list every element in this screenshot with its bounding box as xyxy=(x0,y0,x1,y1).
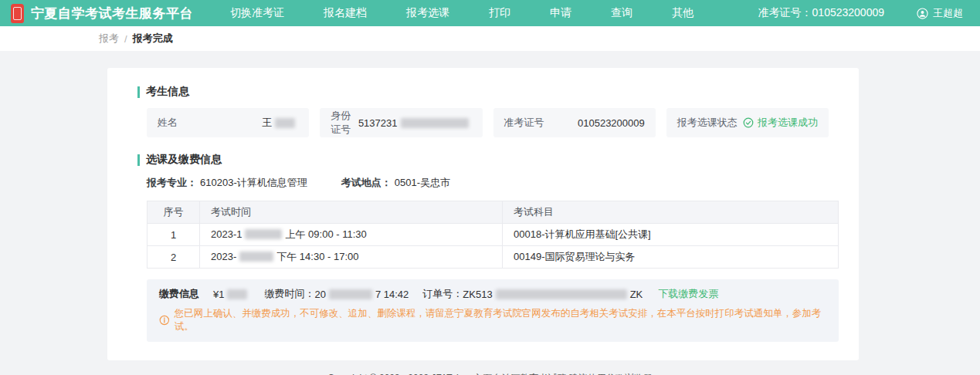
redacted-blur xyxy=(275,118,295,128)
breadcrumb-parent[interactable]: 报考 xyxy=(99,32,119,46)
section-title-bar xyxy=(137,154,140,166)
payment-notice-text: 您已网上确认、并缴费成功，不可修改、追加、删除课程，请留意宁夏教育考试院官网发布… xyxy=(175,307,826,333)
status-text: 报考选课成功 xyxy=(758,116,818,130)
user-icon xyxy=(917,8,928,19)
payment-title: 缴费信息 xyxy=(159,287,199,301)
payment-amount: ¥1 xyxy=(213,289,250,300)
exam-site-field: 考试地点：0501-吴忠市 xyxy=(341,176,450,190)
report-complete-card: 考生信息 姓名 王 身份证号 5137231 准考证号 010523200009… xyxy=(107,68,859,360)
payment-info-box: 缴费信息 ¥1 缴费时间：207 14:42 订单号：ZK513ZK 下载缴费发… xyxy=(147,279,839,342)
section-title-text: 考生信息 xyxy=(146,85,189,99)
cell-no: 2 xyxy=(148,246,200,269)
status-badge: 报考选课成功 xyxy=(743,116,818,130)
info-circle-icon xyxy=(159,315,170,326)
info-field-name: 姓名 王 xyxy=(147,108,309,137)
course-meta-line: 报考专业：610203-计算机信息管理 考试地点：0501-吴忠市 xyxy=(147,176,829,190)
section-title-text: 选课及缴费信息 xyxy=(146,153,222,167)
ticket-number: 准考证号：010523200009 xyxy=(758,6,884,20)
redacted-blur xyxy=(401,118,469,128)
breadcrumb-separator: / xyxy=(124,33,127,45)
major-field: 报考专业：610203-计算机信息管理 xyxy=(147,176,307,190)
main-nav: 切换准考证 报名建档 报考选课 打印 申请 查询 其他 xyxy=(230,6,693,20)
nav-item-switch-ticket[interactable]: 切换准考证 xyxy=(230,6,284,20)
nav-item-query[interactable]: 查询 xyxy=(611,6,632,20)
cell-subject: 00018-计算机应用基础[公共课] xyxy=(503,224,839,246)
top-header: 宁夏自学考试考生服务平台 切换准考证 报名建档 报考选课 打印 申请 查询 其他… xyxy=(0,0,980,26)
cell-exam-time: 2023-下午 14:30 - 17:00 xyxy=(200,246,503,269)
section-title-course-payment: 选课及缴费信息 xyxy=(137,153,829,167)
header-right: 准考证号：010523200009 王超超 xyxy=(758,6,963,20)
field-value: 010523200009 xyxy=(578,117,645,129)
ticket-number-value: 010523200009 xyxy=(812,6,884,19)
payment-order-number: 订单号：ZK513ZK xyxy=(422,287,643,301)
redacted-blur xyxy=(227,289,247,299)
nav-item-course-selection[interactable]: 报考选课 xyxy=(406,6,449,20)
column-header-subject: 考试科目 xyxy=(503,201,839,224)
nav-item-print[interactable]: 打印 xyxy=(489,6,510,20)
info-field-ticket-number: 准考证号 010523200009 xyxy=(493,108,656,137)
field-value: 5137231 xyxy=(358,117,472,129)
cell-exam-time: 2023-1上午 09:00 - 11:30 xyxy=(200,224,503,246)
redacted-blur xyxy=(245,229,282,239)
info-field-id-number: 身份证号 5137231 xyxy=(320,108,482,137)
user-menu[interactable]: 王超超 xyxy=(917,6,963,20)
page-body: 考生信息 姓名 王 身份证号 5137231 准考证号 010523200009… xyxy=(0,51,980,375)
nav-item-apply[interactable]: 申请 xyxy=(550,6,571,20)
redacted-blur xyxy=(329,289,372,299)
payment-notice: 您已网上确认、并缴费成功，不可修改、追加、删除课程，请留意宁夏教育考试院官网发布… xyxy=(159,307,826,333)
brand: 宁夏自学考试考生服务平台 xyxy=(11,4,210,23)
user-name: 王超超 xyxy=(933,6,963,20)
site-title: 宁夏自学考试考生服务平台 xyxy=(31,5,193,22)
table-row: 2 2023-下午 14:30 - 17:00 00149-国际贸易理论与实务 xyxy=(148,246,839,269)
nav-item-registration[interactable]: 报名建档 xyxy=(324,6,367,20)
download-invoice-link[interactable]: 下载缴费发票 xyxy=(658,287,718,301)
candidate-info-row: 姓名 王 身份证号 5137231 准考证号 010523200009 报考选课… xyxy=(147,108,829,137)
ticket-number-label: 准考证号： xyxy=(758,6,812,19)
cell-no: 1 xyxy=(148,224,200,246)
redacted-blur xyxy=(496,289,627,299)
footer-copyright: Copyright © 2023 - 2023 JFAT, Inc. 宁夏自治区… xyxy=(0,372,980,375)
section-title-candidate-info: 考生信息 xyxy=(137,85,829,99)
field-label: 姓名 xyxy=(158,116,178,130)
field-label: 报考选课状态 xyxy=(677,116,738,130)
table-row: 1 2023-1上午 09:00 - 11:30 00018-计算机应用基础[公… xyxy=(148,224,839,246)
cell-subject: 00149-国际贸易理论与实务 xyxy=(503,246,839,269)
column-header-time: 考试时间 xyxy=(200,201,503,224)
course-table: 序号 考试时间 考试科目 1 2023-1上午 09:00 - 11:30 00… xyxy=(147,201,839,269)
field-label: 准考证号 xyxy=(504,116,544,130)
redacted-blur xyxy=(239,252,273,262)
breadcrumb: 报考 / 报考完成 xyxy=(0,26,980,51)
info-field-selection-status: 报考选课状态 报考选课成功 xyxy=(666,108,829,137)
nav-item-other[interactable]: 其他 xyxy=(672,6,693,20)
field-value: 王 xyxy=(262,116,298,130)
seal-logo-icon xyxy=(11,4,24,23)
table-header-row: 序号 考试时间 考试科目 xyxy=(148,201,839,224)
column-header-no: 序号 xyxy=(148,201,200,224)
payment-time: 缴费时间：207 14:42 xyxy=(264,287,409,301)
field-label: 身份证号 xyxy=(331,109,358,137)
payment-summary-line: 缴费信息 ¥1 缴费时间：207 14:42 订单号：ZK513ZK 下载缴费发… xyxy=(159,287,826,301)
check-circle-icon xyxy=(743,117,754,128)
breadcrumb-current: 报考完成 xyxy=(133,32,173,46)
section-title-bar xyxy=(137,86,140,98)
